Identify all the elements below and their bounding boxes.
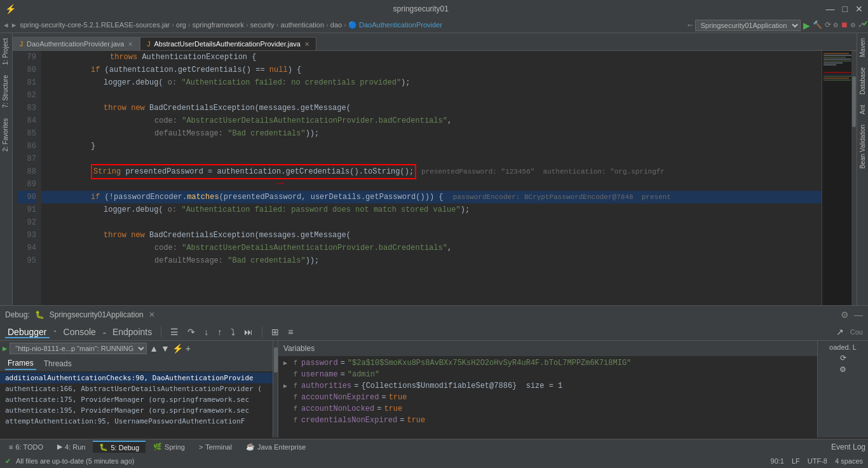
field-icon: f <box>294 360 297 367</box>
field-icon-3: f <box>294 383 297 390</box>
btab-todo[interactable]: ≡ 6: TODO <box>3 442 50 452</box>
sidebar-tab-maven[interactable]: Maven <box>857 33 868 62</box>
scrollbar-thumb[interactable] <box>852 76 856 127</box>
minimize-btn[interactable]: — <box>826 4 835 14</box>
frame-item-3[interactable]: authenticate:195, ProviderManager (org.s… <box>0 405 273 416</box>
tab-abstract-close[interactable]: ✕ <box>304 41 309 48</box>
stop-btn[interactable]: ⏹ <box>841 20 848 30</box>
sidebar-tab-structure[interactable]: 7: Structure <box>0 70 12 113</box>
restore-layout-btn[interactable]: ↗ <box>834 326 846 338</box>
var-account-non-expired[interactable]: f accountNonExpired = true <box>278 392 817 403</box>
step-over-btn[interactable]: ↷ <box>185 326 198 338</box>
var-authorities[interactable]: ▶ f authorities = {Collections$Unmodifia… <box>278 380 817 392</box>
step-into-btn[interactable]: ↓ <box>201 326 211 338</box>
indent-indicator[interactable]: 4 spaces <box>835 457 863 465</box>
var-ane-value: true <box>389 393 407 402</box>
threads-tab[interactable]: Threads <box>41 358 74 369</box>
line-numbers: 79 80 81 82 83 84 85 86 87 88 89 90 91 9… <box>13 51 41 305</box>
endpoints-tab[interactable]: Endpoints <box>110 326 154 338</box>
right-debug-panel: oaded. L ⟳ ⚙ <box>817 341 868 437</box>
debug-settings-btn-2[interactable]: ⚙ <box>839 365 846 374</box>
debug-reload-btn[interactable]: ⟳ <box>840 354 846 362</box>
debug-minimize-icon[interactable]: — <box>854 310 863 320</box>
thread-selector[interactable]: "http-nio-8111-e...p "main": RUNNING <box>10 343 147 354</box>
step-out-btn[interactable]: ↑ <box>215 326 224 338</box>
inline-hint-88: presentedPassword: "123456" authenticati… <box>421 165 665 178</box>
reload-icon[interactable]: ⟳ <box>825 20 831 30</box>
sidebar-tab-project[interactable]: 1: Project <box>0 33 12 70</box>
frame-item-2[interactable]: authenticate:175, ProviderManager (org.s… <box>0 394 273 405</box>
code-line-92 <box>41 216 857 229</box>
frames-btn[interactable]: ☰ <box>168 326 181 338</box>
variables-header: Variables <box>278 341 817 356</box>
encoding-indicator[interactable]: UTF-8 <box>808 457 827 465</box>
var-password[interactable]: ▶ f password = "$2a$10$SmoKxu8Ps8AvBXx75… <box>278 357 817 369</box>
java-icon: J <box>20 41 23 48</box>
var-username[interactable]: f username = "admin" <box>278 369 817 380</box>
var-password-name: password <box>301 359 338 368</box>
watches-btn[interactable]: ⊞ <box>269 326 281 338</box>
thread-up-btn[interactable]: ▲ <box>149 343 158 354</box>
frames-scrollbar[interactable] <box>273 341 278 437</box>
frame-item-0[interactable]: additionalAuthenticationChecks:90, DaoAu… <box>0 373 273 383</box>
todo-icon: ≡ <box>9 443 13 451</box>
tab-dao-close[interactable]: ✕ <box>128 41 133 48</box>
btab-terminal[interactable]: > Terminal <box>193 442 238 452</box>
frames-scrollbar-thumb[interactable] <box>274 347 278 373</box>
code-line-87 <box>41 153 857 165</box>
breadcrumb: spring-security-core-5.2.1.RELEASE-sourc… <box>20 21 684 29</box>
maximize-btn[interactable]: □ <box>843 4 848 14</box>
app-dropdown[interactable]: Springsecurity01Application <box>695 20 801 31</box>
build-icon[interactable]: 🔨 <box>813 20 822 30</box>
run-btn[interactable]: ▶ <box>803 20 810 31</box>
variables-label: Variables <box>283 344 315 353</box>
thread-filter-btn[interactable]: ⚡ <box>172 343 183 354</box>
tab-dao[interactable]: J DaoAuthenticationProvider.java ✕ <box>13 37 140 50</box>
field-icon-2: f <box>294 371 297 378</box>
profile-icon[interactable]: ⚙ <box>834 20 838 30</box>
nav-back[interactable]: ⟵ <box>688 21 693 29</box>
tab-abstract[interactable]: J AbstractUserDetailsAuthenticationProvi… <box>140 37 316 50</box>
breadcrumb-class: 🔵 <box>348 21 357 29</box>
debug-settings-icon[interactable]: ⚙ <box>841 310 849 320</box>
btab-enterprise[interactable]: ☕ Java Enterprise <box>240 441 312 452</box>
run-cursor-btn[interactable]: ⏭ <box>241 326 255 338</box>
var-authorities-name: authorities <box>301 382 351 390</box>
force-step-btn[interactable]: ⤵ <box>228 326 238 338</box>
frame-item-4[interactable]: attemptAuthentication:95, UsernamePasswo… <box>0 416 273 427</box>
sidebar-tab-ant[interactable]: Ant <box>857 100 868 120</box>
debug-icon: 🐛 <box>35 310 44 319</box>
line-sep-indicator[interactable]: LF <box>792 457 800 465</box>
debugger-tab[interactable]: Debugger <box>5 326 50 338</box>
close-btn[interactable]: ✕ <box>855 4 863 14</box>
settings-icon[interactable]: ⚙ <box>851 20 855 30</box>
debug-panel: Debug: 🐛 Springsecurity01Application ✕ ⚙… <box>0 305 868 323</box>
code-content: throws AuthenticationException { if (aut… <box>41 51 857 305</box>
sidebar-tab-favorites[interactable]: 2: Favorites <box>0 113 12 156</box>
editor-scrollbar[interactable] <box>851 51 857 305</box>
thread-down-btn[interactable]: ▼ <box>161 343 170 354</box>
frames-tab[interactable]: Frames <box>5 357 36 370</box>
sidebar-tab-database[interactable]: Database <box>857 62 868 100</box>
toolbar: ◀ ▶ spring-security-core-5.2.1.RELEASE-s… <box>0 18 868 33</box>
java-icon-2: J <box>147 41 150 48</box>
code-line-95: defaultMessage: "Bad credentials")); <box>41 254 857 267</box>
frame-item-1[interactable]: authenticate:166, AbstractUserDetailsAut… <box>0 383 273 394</box>
btab-debug[interactable]: 🐛 5: Debug <box>93 441 146 453</box>
code-line-94: code: "AbstractUserDetailsAuthentication… <box>41 242 857 254</box>
thread-add-btn[interactable]: + <box>186 343 191 354</box>
sidebar-tab-bean[interactable]: Bean Validation <box>857 120 868 174</box>
console-tab[interactable]: Console <box>61 326 98 338</box>
btab-run[interactable]: ▶ 4: Run <box>51 441 92 452</box>
var-credentials-non-expired[interactable]: f credentialsNonExpired = true <box>278 415 817 426</box>
debug-toolbar: Debugger ▪ Console ☁ Endpoints ☰ ↷ ↓ ↑ ⤵… <box>0 323 868 341</box>
event-log-btn[interactable]: Event Log <box>831 443 865 451</box>
var-username-name: username <box>301 370 338 379</box>
debug-session-close[interactable]: ✕ <box>149 310 155 319</box>
layout-btn[interactable]: ≡ <box>285 326 295 338</box>
position-indicator[interactable]: 90:1 <box>771 457 784 465</box>
window-controls[interactable]: — □ ✕ <box>826 4 863 14</box>
statusbar: ✔ All files are up-to-date (5 minutes ag… <box>0 454 868 468</box>
var-account-non-locked[interactable]: f accountNonLocked = true <box>278 403 817 415</box>
btab-spring[interactable]: 🌿 Spring <box>147 441 191 452</box>
